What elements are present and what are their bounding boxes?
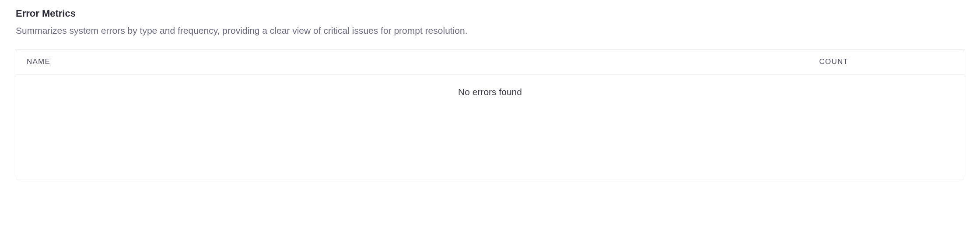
column-header-count: COUNT bbox=[819, 57, 953, 66]
empty-state-message: No errors found bbox=[458, 87, 522, 97]
table-header-row: NAME COUNT bbox=[16, 50, 964, 74]
error-metrics-table: NAME COUNT No errors found bbox=[16, 49, 964, 180]
column-header-name: NAME bbox=[27, 57, 819, 66]
section-title: Error Metrics bbox=[16, 8, 964, 19]
section-description: Summarizes system errors by type and fre… bbox=[16, 24, 964, 38]
table-empty-state: No errors found bbox=[16, 74, 964, 180]
